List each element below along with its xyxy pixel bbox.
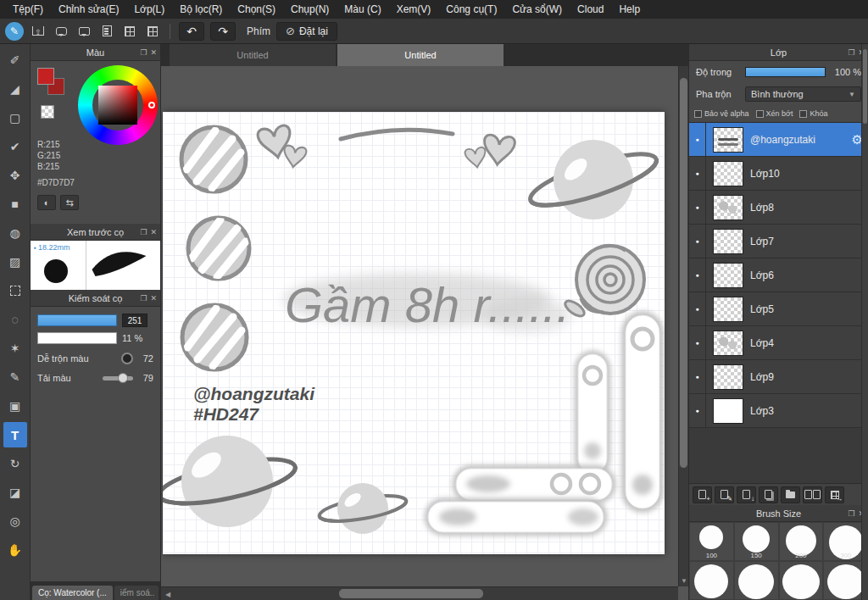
layer-row[interactable]: ● Lớp8 <box>689 191 868 225</box>
add-layer-button[interactable]: + <box>693 486 712 503</box>
horizontal-scrollbar-thumb[interactable] <box>339 589 483 598</box>
popout-icon[interactable]: ❐ <box>140 294 147 303</box>
layer-visibility-toggle[interactable]: ● <box>689 191 706 224</box>
popout-icon[interactable]: ❐ <box>140 228 147 236</box>
document-icon[interactable] <box>98 23 115 40</box>
blend-mode-select[interactable]: Bình thường ▼ <box>745 86 861 102</box>
eraser-tool-icon[interactable]: ◪ <box>3 480 27 505</box>
layer-visibility-toggle[interactable]: ● <box>689 123 706 156</box>
magic-wand-tool-icon[interactable]: ✶ <box>3 336 27 361</box>
comment-alt-icon[interactable] <box>75 23 92 40</box>
opacity-slider[interactable] <box>745 67 826 77</box>
layer-visibility-toggle[interactable]: ● <box>689 258 706 292</box>
horizontal-scrollbar[interactable]: ◀ <box>161 586 678 600</box>
load-slider[interactable] <box>103 376 133 381</box>
menu-layer[interactable]: Lớp(L) <box>126 1 172 18</box>
frame-tool-icon[interactable]: ▢ <box>3 105 27 131</box>
popout-icon[interactable]: ❐ <box>848 509 854 518</box>
brush-control-tab[interactable]: iểm soá.. <box>114 586 159 600</box>
menu-window[interactable]: Cửa sổ(W) <box>504 1 570 18</box>
menu-cloud[interactable]: Cloud <box>570 1 611 18</box>
hue-marker[interactable] <box>148 102 155 108</box>
palette-button[interactable]: ◐ <box>37 195 56 210</box>
swap-colors-button[interactable]: ⇆ <box>60 195 79 210</box>
add-draw-layer-button[interactable]: ✎ <box>715 486 734 503</box>
lock-checkbox[interactable]: Khóa <box>799 109 827 118</box>
redo-button[interactable]: ↷ <box>210 22 236 41</box>
bucket-tool-icon[interactable]: ◍ <box>3 220 27 246</box>
canvas-surface[interactable]: Gầm 8h r...... <box>163 112 665 554</box>
popout-icon[interactable]: ❐ <box>848 48 854 57</box>
layer-row[interactable]: ● Lớp10 <box>689 157 868 191</box>
close-icon[interactable]: ✕ <box>150 228 157 236</box>
menu-select[interactable]: Chọn(S) <box>230 1 283 18</box>
brush-size-slider[interactable] <box>37 314 117 326</box>
upload-icon[interactable]: ⇧ <box>30 23 47 40</box>
fill-rect-tool-icon[interactable]: ■ <box>3 192 27 217</box>
reset-button[interactable]: ⊘ Đặt lại <box>276 22 337 41</box>
layer-visibility-toggle[interactable]: ● <box>689 157 706 190</box>
brush-size-input[interactable]: 251 <box>122 314 147 327</box>
scroll-left-icon[interactable]: ◀ <box>163 587 173 600</box>
transfer-layer-button[interactable]: → <box>825 486 844 503</box>
document-tab-2[interactable]: Untitled <box>337 44 504 66</box>
duplicate-layer-button[interactable] <box>759 486 778 503</box>
layer-visibility-toggle[interactable]: ● <box>689 394 706 427</box>
undo-button[interactable]: ↶ <box>179 22 204 41</box>
cutter-tool-icon[interactable]: ◢ <box>3 76 27 102</box>
stamp-tool-icon[interactable]: ▣ <box>3 393 27 419</box>
comment-icon[interactable] <box>53 23 70 40</box>
mix-knob[interactable] <box>121 353 133 364</box>
layer-row[interactable]: ● @hoangzutaki ⚙ <box>689 123 868 157</box>
brush-tool-icon[interactable]: ✎ <box>5 22 24 41</box>
layer-row[interactable]: ● Lớp4 <box>689 326 868 360</box>
menu-color[interactable]: Màu (C) <box>337 1 388 18</box>
gradient-tool-icon[interactable]: ▨ <box>3 249 27 275</box>
vertical-scrollbar[interactable]: ▼ <box>678 66 688 586</box>
layer-row[interactable]: ● Lớp6 <box>689 258 868 292</box>
close-icon[interactable]: ✕ <box>150 48 157 57</box>
panel-scrollbar[interactable] <box>861 44 868 600</box>
layer-row[interactable]: ● Lớp5 <box>689 292 868 326</box>
pen-tool-icon[interactable]: ✐ <box>3 47 27 73</box>
text-tool-icon[interactable]: T <box>3 422 27 447</box>
layer-visibility-toggle[interactable]: ● <box>689 360 706 393</box>
foreground-color-swatch[interactable] <box>37 68 54 85</box>
load-slider-knob[interactable] <box>118 373 128 383</box>
select-rect-tool-icon[interactable] <box>3 278 27 303</box>
move-tool-icon[interactable]: ✥ <box>3 163 27 188</box>
edit-document-icon[interactable] <box>144 23 161 40</box>
grid-document-icon[interactable] <box>121 23 138 40</box>
panel-scrollbar-thumb[interactable] <box>863 49 867 124</box>
rotate-tool-icon[interactable]: ↻ <box>3 451 27 476</box>
clipping-checkbox[interactable]: Xén bớt <box>756 109 793 118</box>
menu-snap[interactable]: Chụp(N) <box>283 1 337 18</box>
menu-help[interactable]: Help <box>611 1 648 18</box>
transparent-color-swatch[interactable] <box>41 105 54 119</box>
menu-tools[interactable]: Công cụ(T) <box>438 1 504 18</box>
saturation-value-square[interactable] <box>98 86 137 125</box>
brush-size-option[interactable]: 200 <box>779 522 824 561</box>
hand-tool-icon[interactable]: ✋ <box>3 537 27 563</box>
brush-size-option[interactable] <box>734 561 779 600</box>
vertical-scrollbar-thumb[interactable] <box>680 78 687 468</box>
copy-layer-button[interactable] <box>803 486 822 503</box>
new-folder-button[interactable] <box>781 486 800 503</box>
color-wheel[interactable] <box>78 65 158 145</box>
popout-icon[interactable]: ❐ <box>140 48 147 57</box>
brush-size-option[interactable]: 100 <box>689 522 734 561</box>
alpha-protect-checkbox[interactable]: Bảo vệ alpha <box>694 109 749 118</box>
merge-down-button[interactable]: ↓ <box>737 486 756 503</box>
brush-size-option[interactable] <box>779 561 824 600</box>
select-pen-tool-icon[interactable]: ✎ <box>3 364 27 390</box>
check-tool-icon[interactable]: ✔ <box>3 134 27 159</box>
layer-row[interactable]: ● Lớp7 <box>689 225 868 258</box>
document-tab-1[interactable]: Untitled <box>170 44 336 66</box>
eyedropper-tool-icon[interactable]: ◎ <box>3 508 27 534</box>
brush-opacity-slider[interactable] <box>37 332 117 344</box>
layer-visibility-toggle[interactable]: ● <box>689 292 706 325</box>
layer-visibility-toggle[interactable]: ● <box>689 326 706 359</box>
menu-view[interactable]: Xem(V) <box>389 1 439 18</box>
layer-row[interactable]: ● Lớp3 <box>689 394 868 428</box>
layer-visibility-toggle[interactable]: ● <box>689 225 706 258</box>
